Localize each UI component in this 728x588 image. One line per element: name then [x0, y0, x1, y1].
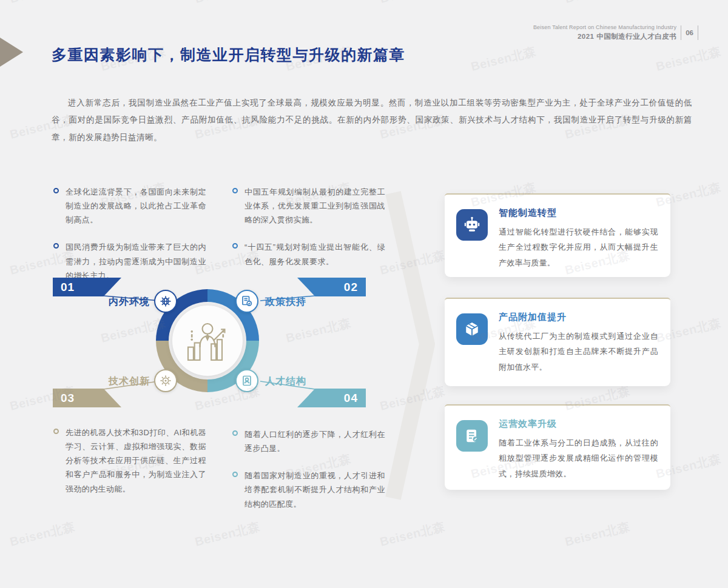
list-item: 中国五年规划编制从最初的建立完整工业体系，优先发展重工业到制造强国战略的深入贯彻…: [232, 185, 385, 227]
person-icon: [235, 369, 258, 392]
list-item: 随着国家对制造业的重视，人才引进和培养配套机制不断提升人才结构和产业结构的匹配度…: [232, 469, 385, 510]
card-product-value: 产品附加值提升 从传统代工厂为主的制造模式到通过企业自主研发创新和打造自主品牌来…: [445, 298, 670, 386]
bullet-text: “十四五”规划对制造业提出智能化、绿色化、服务化发展要求。: [244, 240, 385, 268]
card-body: 通过智能化转型进行软硬件结合，能够实现生产全过程数字化并应用，从而大幅提升生产效…: [499, 224, 658, 270]
page-title: 多重因素影响下，制造业开启转型与升级的新篇章: [52, 45, 405, 65]
policy-document-icon: [235, 290, 258, 313]
intro-paragraph: 进入新常态后，我国制造业虽然在工业产值上实现了全球最高，规模效应最为明显。然而，…: [52, 95, 692, 146]
header-divider: [698, 25, 698, 40]
globe-gear-icon: [154, 290, 177, 313]
watermark-text: Beisen北森: [563, 0, 632, 7]
card-body: 随着工业体系与分工的日趋成熟，从过往的粗放型管理逐步发展成精细化运作的管理模式，…: [499, 435, 658, 481]
node-label-policy: 政策扶持: [265, 296, 306, 309]
bullet-text: 先进的机器人技术和3D打印、AI和机器学习、云计算、虚拟和增强现实、数据分析等技…: [66, 426, 206, 496]
four-factor-diagram: 01 02 03 04: [52, 273, 367, 418]
donut-center: [172, 306, 243, 376]
document-pen-icon: [456, 420, 488, 452]
circle-bullet-icon: [232, 243, 238, 249]
title-arrow-icon: [0, 38, 23, 67]
card-content: 智能制造转型 通过智能化转型进行软硬件结合，能够实现生产全过程数字化并应用，从而…: [499, 207, 658, 277]
cube-icon: [456, 313, 488, 345]
watermark-text: Beisen北森: [563, 518, 632, 550]
list-item: 全球化逆流背景下，各国面向未来制定制造业的发展战略，以此抢占工业革命制高点。: [53, 185, 206, 227]
circle-bullet-icon: [53, 429, 59, 434]
node-label-technology: 技术创新: [94, 375, 150, 388]
report-page: Beisen Talent Report on Chinese Manufact…: [0, 0, 728, 588]
watermark-text: Beisen北森: [378, 518, 447, 550]
bullet-text: 全球化逆流背景下，各国面向未来制定制造业的发展战略，以此抢占工业革命制高点。: [66, 185, 206, 227]
card-body: 从传统代工厂为主的制造模式到通过企业自主研发创新和打造自主品牌来不断提升产品附加…: [499, 329, 658, 375]
node-label-environment: 内外环境: [94, 296, 150, 309]
chevron-decor-icon: [382, 182, 455, 509]
watermark-text: Beisen北森: [8, 0, 76, 7]
header-titles: Beisen Talent Report on Chinese Manufact…: [533, 24, 676, 41]
growth-person-chart-icon: [183, 316, 232, 365]
card-title: 智能制造转型: [499, 207, 658, 219]
watermark-text: Beisen北森: [469, 43, 538, 75]
watermark-text: Beisen北森: [654, 43, 723, 75]
bullet-text: 随着人口红利的逐步下降，人才红利在逐步凸显。: [244, 427, 385, 455]
card-operation-efficiency: 运营效率升级 随着工业体系与分工的日趋成熟，从过往的粗放型管理逐步发展成精细化运…: [445, 404, 670, 490]
bullet-text: 随着国家对制造业的重视，人才引进和培养配套机制不断提升人才结构和产业结构的匹配度…: [244, 469, 385, 510]
page-header: Beisen Talent Report on Chinese Manufact…: [533, 24, 703, 41]
card-content: 产品附加值提升 从传统代工厂为主的制造模式到通过企业自主研发创新和打造自主品牌来…: [499, 312, 658, 386]
circle-bullet-icon: [232, 188, 238, 193]
bullet-text: 中国五年规划编制从最初的建立完整工业体系，优先发展重工业到制造强国战略的深入贯彻…: [244, 185, 385, 227]
watermark-text: Beisen北森: [193, 0, 261, 7]
watermark-text: Beisen北森: [8, 518, 76, 550]
donut-hole: [169, 302, 246, 379]
bullet-list-technology: 先进的机器人技术和3D打印、AI和机器学习、云计算、虚拟和增强现实、数据分析等技…: [53, 426, 206, 509]
gear-icon: [154, 369, 177, 392]
list-item: 随着人口红利的逐步下降，人才红利在逐步凸显。: [232, 427, 385, 455]
robot-icon: [456, 209, 488, 241]
list-item: “十四五”规划对制造业提出智能化、绿色化、服务化发展要求。: [232, 240, 385, 268]
bullet-list-talent: 随着人口红利的逐步下降，人才红利在逐步凸显。 随着国家对制造业的重视，人才引进和…: [232, 427, 385, 524]
list-item: 先进的机器人技术和3D打印、AI和机器学习、云计算、虚拟和增强现实、数据分析等技…: [53, 426, 206, 496]
card-title: 产品附加值提升: [499, 312, 658, 323]
report-title-cn: 2021 中国制造行业人才白皮书: [533, 32, 676, 41]
bullet-list-policy: 中国五年规划编制从最初的建立完整工业体系，优先发展重工业到制造强国战略的深入贯彻…: [232, 185, 385, 282]
circle-bullet-icon: [232, 430, 238, 436]
report-title-en: Beisen Talent Report on Chinese Manufact…: [533, 24, 676, 30]
circle-bullet-icon: [232, 472, 238, 477]
circle-bullet-icon: [53, 188, 59, 193]
watermark-text: Beisen北森: [378, 0, 447, 7]
page-number: 06: [686, 29, 693, 36]
card-content: 运营效率升级 随着工业体系与分工的日趋成熟，从过往的粗放型管理逐步发展成精细化运…: [499, 418, 658, 490]
header-divider: [681, 25, 681, 40]
card-title: 运营效率升级: [499, 418, 658, 430]
node-label-talent: 人才结构: [265, 375, 306, 388]
circle-bullet-icon: [53, 243, 59, 249]
card-smart-manufacturing: 智能制造转型 通过智能化转型进行软硬件结合，能够实现生产全过程数字化并应用，从而…: [445, 193, 670, 277]
